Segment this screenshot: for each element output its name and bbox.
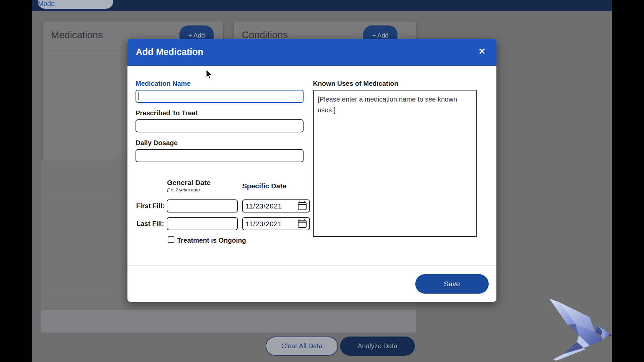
known-uses-box: [Please enter a medication name to see k…	[313, 90, 477, 237]
dialog-title: Add Medication	[136, 47, 203, 57]
general-date-hint: (i.e. 2 years ago)	[167, 187, 200, 192]
general-date-header: General Date	[167, 179, 211, 187]
last-fill-general-input[interactable]	[167, 217, 238, 230]
treatment-ongoing-checkbox[interactable]	[168, 236, 174, 243]
prescribed-to-treat-label: Prescribed To Treat	[136, 109, 198, 117]
last-fill-date-field	[242, 217, 310, 230]
medication-name-input[interactable]	[136, 90, 304, 103]
mouse-cursor	[206, 69, 214, 80]
daily-dosage-input[interactable]	[136, 149, 304, 162]
known-uses-label: Known Uses of Medication	[313, 80, 398, 87]
origami-bird-logo	[546, 298, 612, 362]
background-footer-strip	[41, 310, 416, 333]
divider	[127, 265, 496, 266]
calendar-icon[interactable]	[298, 220, 307, 228]
calendar-icon[interactable]	[298, 202, 307, 210]
close-icon[interactable]: ✕	[478, 47, 486, 56]
specific-date-header: Specific Date	[242, 182, 286, 190]
analyze-data-button[interactable]: Analyze Data	[340, 337, 415, 356]
treatment-ongoing-label: Treatment is Ongoing	[177, 237, 246, 244]
clear-all-data-button[interactable]: Clear All Data	[266, 337, 338, 356]
first-fill-date-field	[242, 199, 310, 213]
last-fill-label: Last Fill:	[137, 220, 164, 228]
text-caret	[138, 93, 139, 100]
save-button[interactable]: Save	[415, 274, 489, 294]
first-fill-label: First Fill:	[136, 202, 164, 210]
screen: Enable Quote Only Mode Medications + Add…	[0, 0, 644, 362]
medication-name-label: Medication Name	[136, 80, 191, 87]
dialog-header: Add Medication ✕	[127, 39, 496, 66]
prescribed-to-treat-input[interactable]	[136, 119, 304, 132]
enable-quote-only-mode-button[interactable]: Enable Quote Only Mode	[37, 0, 114, 9]
add-medication-dialog: Add Medication ✕ Medication Name Prescri…	[127, 39, 496, 302]
first-fill-general-input[interactable]	[167, 199, 238, 213]
medications-panel-title: Medications	[51, 29, 103, 41]
daily-dosage-label: Daily Dosage	[136, 139, 178, 147]
top-navigation-bar	[32, 0, 612, 11]
